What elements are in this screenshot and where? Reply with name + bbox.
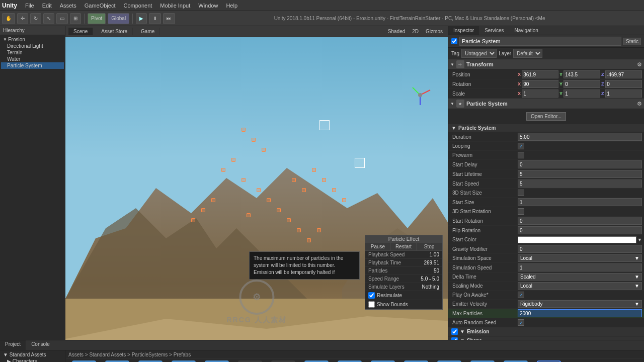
pause-button[interactable]: ⏸ xyxy=(149,13,161,24)
3d-start-size-checkbox[interactable] xyxy=(518,190,524,196)
menubar: Unity File Edit Assets GameObject Compon… xyxy=(0,0,644,11)
shape-checkbox[interactable] xyxy=(451,337,458,340)
pos-z-input[interactable] xyxy=(605,70,642,78)
start-size-input[interactable] xyxy=(518,198,642,206)
duration-input[interactable] xyxy=(518,133,642,141)
menu-assets[interactable]: Assets xyxy=(58,2,78,10)
gizmos-toggle[interactable]: Gizmos xyxy=(424,29,445,34)
delta-time-dropdown[interactable]: Scaled▼ xyxy=(518,273,642,281)
scene-tab[interactable]: Scene xyxy=(68,28,93,35)
game-tab[interactable]: Game xyxy=(136,28,160,35)
rot-x-input[interactable] xyxy=(522,80,558,88)
transform-tool[interactable]: ⊞ xyxy=(70,13,81,24)
gravity-modifier-input[interactable] xyxy=(518,245,642,253)
menu-window[interactable]: Window xyxy=(196,2,220,10)
ps-sub-title: Particle System xyxy=(458,125,496,131)
layer-select[interactable]: Default xyxy=(513,49,542,58)
3d-start-rotation-label: 3D Start Rotation xyxy=(452,209,518,214)
scale-row: Scale X Y Z xyxy=(448,89,644,99)
tree-characters[interactable]: ▶ Characters xyxy=(1,358,64,362)
window-title: Unity 2018.1.0b11 Personal (64bit) - Ero… xyxy=(177,16,642,21)
looping-checkbox[interactable] xyxy=(518,143,524,149)
rot-z-input[interactable] xyxy=(605,80,642,88)
global-button[interactable]: Global xyxy=(108,13,129,24)
tag-select[interactable]: Untagged xyxy=(461,49,497,58)
scale-tool[interactable]: ⤡ xyxy=(43,13,54,24)
particle-system-comp-header[interactable]: ▼ ★ Particle System ⚙ xyxy=(448,99,644,109)
max-particles-label: Max Particles xyxy=(452,311,518,316)
prewarm-checkbox[interactable] xyxy=(518,152,524,158)
tree-item-particle[interactable]: Particle System xyxy=(1,62,64,69)
transform-header[interactable]: ▼ ⊹ Transform ⚙ xyxy=(448,59,644,70)
auto-random-seed-checkbox[interactable] xyxy=(518,319,524,326)
emission-checkbox[interactable] xyxy=(451,328,458,335)
tree-item-water[interactable]: Water xyxy=(1,56,64,62)
pause-particle-btn[interactable]: Pause xyxy=(365,243,391,250)
open-editor-btn[interactable]: Open Editor... xyxy=(526,112,566,121)
rotate-tool[interactable]: ↻ xyxy=(30,13,41,24)
step-button[interactable]: ⏭ xyxy=(163,13,175,24)
menu-help[interactable]: Help xyxy=(224,2,239,10)
ps-menu-icon[interactable]: ⚙ xyxy=(637,101,642,107)
menu-component[interactable]: Component xyxy=(121,2,154,10)
rot-y-input[interactable] xyxy=(564,80,600,88)
start-speed-input[interactable] xyxy=(518,179,642,188)
play-button[interactable]: ▶ xyxy=(136,13,147,24)
tab-inspector[interactable]: Inspector xyxy=(448,26,479,35)
scaling-mode-row: Scaling Mode Local▼ xyxy=(448,282,644,291)
emitter-velocity-dropdown[interactable]: Rigidbody▼ xyxy=(518,300,642,308)
menu-file[interactable]: File xyxy=(23,2,36,10)
tree-item-terrain[interactable]: Terrain xyxy=(1,49,64,56)
restart-particle-btn[interactable]: Restart xyxy=(391,243,417,250)
play-on-awake-checkbox[interactable] xyxy=(518,292,524,298)
sc-z-input[interactable] xyxy=(605,89,642,98)
pos-x-input[interactable] xyxy=(522,70,558,78)
tree-item-scene[interactable]: ▼ Erosion xyxy=(1,36,64,43)
start-color-row: Start Color ▼ xyxy=(448,235,644,244)
tab-project[interactable]: Project xyxy=(0,340,26,350)
sc-x-input[interactable] xyxy=(522,89,558,98)
menu-edit[interactable]: Edit xyxy=(40,2,54,10)
pivot-button[interactable]: Pivot xyxy=(88,13,106,24)
resimulate-checkbox[interactable] xyxy=(368,292,375,299)
2d-toggle[interactable]: 2D xyxy=(410,29,421,34)
color-arrow[interactable]: ▼ xyxy=(636,237,642,242)
tab-navigation[interactable]: Navigation xyxy=(510,26,544,35)
hand-tool[interactable]: ✋ xyxy=(2,13,15,24)
start-lifetime-input[interactable] xyxy=(518,170,642,178)
3d-start-rotation-checkbox[interactable] xyxy=(518,208,524,215)
scaling-mode-dropdown[interactable]: Local▼ xyxy=(518,282,642,290)
simulation-space-dropdown[interactable]: Local▼ xyxy=(518,254,642,262)
static-button[interactable]: Static xyxy=(623,38,641,45)
viewport-canvas[interactable]: Particle Effect Pause Restart Stop Playb… xyxy=(65,37,448,340)
start-rotation-input[interactable] xyxy=(518,217,642,225)
move-tool[interactable]: ✛ xyxy=(17,13,28,24)
ps-sub-header[interactable]: ▼ Particle System xyxy=(448,124,644,132)
shading-dropdown[interactable]: Shaded xyxy=(386,29,407,34)
emission-header[interactable]: ▼ Emission xyxy=(448,327,644,336)
show-bounds-checkbox[interactable] xyxy=(368,301,375,308)
object-name-field[interactable] xyxy=(459,37,621,46)
tab-services[interactable]: Services xyxy=(479,26,509,35)
sc-y-input[interactable] xyxy=(564,89,600,98)
menu-gameobject[interactable]: GameObject xyxy=(83,2,118,10)
shape-header[interactable]: ▼ Shape xyxy=(448,336,644,340)
asset-store-tab[interactable]: Asset Store xyxy=(96,28,133,35)
hierarchy-tab[interactable]: Hierarchy xyxy=(3,28,25,33)
max-particles-input[interactable] xyxy=(518,309,642,317)
transform-menu-icon[interactable]: ⚙ xyxy=(637,61,642,68)
shape-title: Shape xyxy=(467,338,482,340)
start-delay-input[interactable] xyxy=(518,160,642,168)
simulation-speed-input[interactable] xyxy=(518,263,642,272)
object-active-checkbox[interactable] xyxy=(451,38,457,44)
tree-item-sun[interactable]: Directional Light xyxy=(1,43,64,49)
start-color-picker[interactable] xyxy=(518,236,636,243)
tab-console[interactable]: Console xyxy=(26,340,55,350)
flip-rotation-input[interactable] xyxy=(518,226,642,234)
tree-standard-assets[interactable]: ▼ Standard Assets xyxy=(1,351,64,358)
menu-mobile-input[interactable]: Mobile Input xyxy=(158,2,192,10)
start-delay-label: Start Delay xyxy=(452,162,518,167)
pos-y-input[interactable] xyxy=(564,70,600,78)
stop-particle-btn[interactable]: Stop xyxy=(417,243,442,250)
rect-tool[interactable]: ▭ xyxy=(56,13,68,24)
